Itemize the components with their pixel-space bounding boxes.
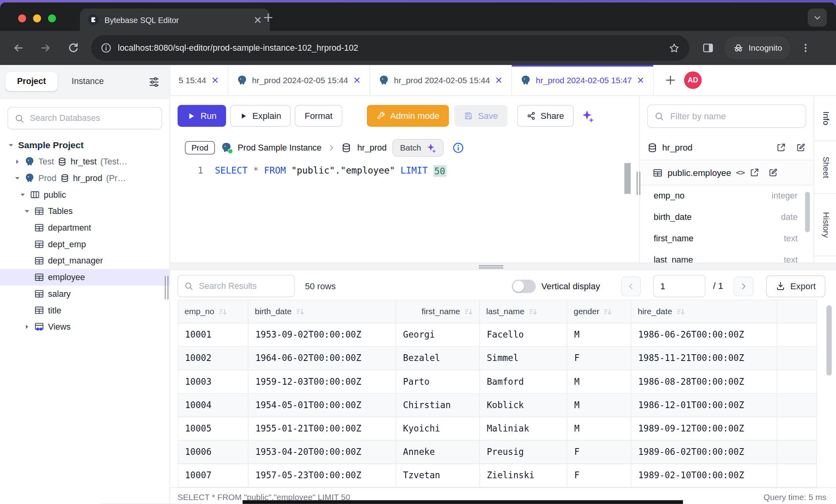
- cell[interactable]: Chirstian: [396, 394, 480, 417]
- column-header-hire-date[interactable]: hire_date: [631, 300, 777, 323]
- cell[interactable]: Zielinski: [480, 464, 567, 487]
- cell[interactable]: M: [567, 394, 631, 417]
- sort-icon[interactable]: [296, 307, 305, 316]
- column-list-scrollbar[interactable]: [805, 192, 810, 232]
- column-header-first-name[interactable]: first_name: [396, 300, 480, 323]
- cell[interactable]: 10003: [178, 370, 248, 393]
- tab-instance[interactable]: Instance: [60, 72, 115, 91]
- tree-item-views-group[interactable]: Views: [0, 319, 170, 335]
- tree-item-table-dept-manager[interactable]: dept_manager: [0, 252, 170, 269]
- column-header-last-name[interactable]: last_name: [480, 300, 567, 323]
- cell[interactable]: 1989-02-10T00:00:00Z: [631, 464, 777, 487]
- database-search-input[interactable]: [29, 113, 155, 124]
- reload-button[interactable]: [67, 42, 79, 54]
- cell[interactable]: 10004: [178, 394, 248, 417]
- cell[interactable]: Georgi: [396, 323, 480, 347]
- column-row[interactable]: birth_date date: [640, 207, 813, 228]
- close-icon[interactable]: [211, 76, 219, 84]
- info-icon[interactable]: [453, 142, 464, 153]
- address-bar[interactable]: localhost:8080/sql-editor/prod-sample-in…: [91, 35, 689, 61]
- cell[interactable]: 10005: [178, 417, 248, 441]
- cell[interactable]: F: [567, 464, 631, 487]
- cell[interactable]: 1986-08-28T00:00:00Z: [631, 370, 777, 393]
- schema-table-row[interactable]: public.employee <>: [640, 160, 813, 185]
- cell[interactable]: Maliniak: [480, 417, 567, 441]
- next-page-button[interactable]: [734, 276, 754, 296]
- cell[interactable]: Anneke: [396, 441, 480, 464]
- cell[interactable]: Parto: [396, 370, 480, 393]
- close-icon[interactable]: [495, 76, 503, 84]
- column-row[interactable]: first_name text: [640, 228, 813, 249]
- caret-right-icon[interactable]: [14, 158, 21, 165]
- cell[interactable]: F: [567, 347, 631, 370]
- caret-down-icon[interactable]: [8, 142, 14, 149]
- editor-tab-4-active[interactable]: hr_prod 2024-02-05 15:47: [512, 65, 654, 95]
- page-number-input[interactable]: [653, 275, 706, 297]
- tree-item-table-title[interactable]: title: [0, 302, 170, 319]
- close-window-button[interactable]: [18, 14, 26, 22]
- edit-icon[interactable]: [768, 167, 778, 178]
- zoom-window-button[interactable]: [48, 14, 56, 22]
- filter-settings-icon[interactable]: [148, 76, 160, 88]
- sidebar-resize-handle[interactable]: [165, 276, 169, 299]
- results-scrollbar[interactable]: [826, 305, 832, 375]
- run-button[interactable]: Run: [178, 105, 226, 127]
- cell[interactable]: 10001: [178, 323, 248, 347]
- cell[interactable]: M: [567, 323, 631, 347]
- divider-grab-handle[interactable]: [479, 264, 503, 269]
- tree-item-test-db[interactable]: Test hr_test (Test…: [0, 153, 170, 170]
- cell[interactable]: 1986-12-01T00:00:00Z: [631, 394, 777, 417]
- tree-item-project[interactable]: Sample Project: [0, 137, 170, 154]
- user-avatar[interactable]: AD: [684, 71, 702, 89]
- minimize-window-button[interactable]: [33, 14, 41, 22]
- tab-project[interactable]: Project: [5, 72, 58, 91]
- schema-filter[interactable]: [647, 105, 806, 128]
- cell[interactable]: Facello: [480, 323, 567, 347]
- editor-scrollbar[interactable]: [624, 163, 631, 194]
- column-header-emp-no[interactable]: emp_no: [178, 300, 248, 323]
- sort-icon[interactable]: [604, 307, 612, 316]
- caret-right-icon[interactable]: [23, 323, 30, 330]
- browser-tab[interactable]: Bytebase SQL Editor: [80, 9, 270, 31]
- cell[interactable]: 10007: [178, 464, 248, 487]
- cell[interactable]: Kyoichi: [396, 417, 480, 441]
- tree-item-table-employee[interactable]: employee: [0, 269, 170, 286]
- cell[interactable]: M: [567, 417, 631, 441]
- tree-item-table-salary[interactable]: salary: [0, 286, 170, 302]
- cell[interactable]: 10006: [178, 441, 248, 464]
- cell[interactable]: 1957-05-23T00:00:00Z: [248, 464, 396, 487]
- cell[interactable]: F: [567, 441, 631, 464]
- tree-item-table-dept-emp[interactable]: dept_emp: [0, 236, 170, 253]
- format-button[interactable]: Format: [295, 105, 342, 127]
- batch-button[interactable]: Batch: [393, 139, 444, 157]
- caret-down-icon[interactable]: [14, 175, 21, 181]
- cell[interactable]: 1953-04-20T00:00:00Z: [248, 441, 396, 464]
- tree-item-table-department[interactable]: department: [0, 220, 170, 236]
- cell[interactable]: Koblick: [480, 394, 567, 417]
- caret-down-icon[interactable]: [23, 208, 30, 214]
- column-row[interactable]: emp_no integer: [640, 185, 813, 207]
- external-link-icon[interactable]: [749, 167, 760, 178]
- schema-filter-input[interactable]: [669, 111, 799, 122]
- cell[interactable]: 1955-01-21T00:00:00Z: [248, 417, 396, 441]
- cell[interactable]: Tzvetan: [396, 464, 480, 487]
- new-tab-button[interactable]: [263, 13, 273, 22]
- external-link-icon[interactable]: [776, 142, 786, 153]
- explain-button[interactable]: Explain: [230, 105, 291, 127]
- results-divider[interactable]: [170, 263, 836, 270]
- close-icon[interactable]: [353, 76, 361, 84]
- close-icon[interactable]: [637, 76, 644, 84]
- prev-page-button[interactable]: [621, 276, 641, 296]
- side-panel-icon[interactable]: [702, 42, 714, 54]
- editor-tab-3[interactable]: hr_prod 2024-02-05 15:44: [370, 65, 512, 95]
- cell[interactable]: 1964-06-02T00:00:00Z: [248, 347, 396, 370]
- cell[interactable]: 1959-12-03T00:00:00Z: [248, 370, 396, 393]
- cell[interactable]: 1986-06-26T00:00:00Z: [631, 323, 777, 347]
- panel-resize-handle[interactable]: [637, 172, 640, 195]
- cell[interactable]: 1954-05-01T00:00:00Z: [248, 394, 396, 417]
- tab-history[interactable]: History: [814, 194, 836, 256]
- tree-item-tables-group[interactable]: Tables: [0, 203, 170, 220]
- vertical-display-toggle[interactable]: [512, 279, 536, 293]
- column-row[interactable]: last_name text: [640, 249, 813, 263]
- cell[interactable]: 1989-09-12T00:00:00Z: [631, 417, 777, 441]
